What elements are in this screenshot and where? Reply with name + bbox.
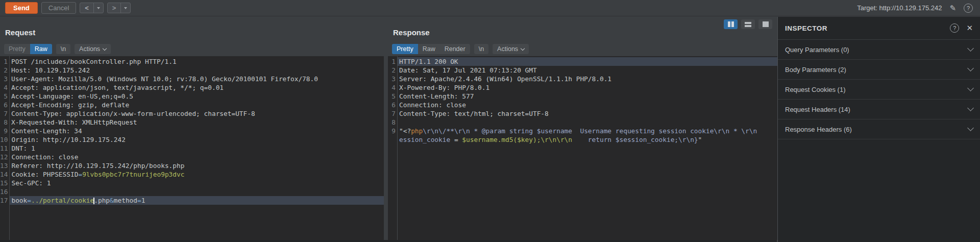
forward-dropdown-button[interactable] [120, 3, 130, 13]
request-actions-label: Actions [79, 45, 100, 53]
line-text: Referer: http://10.129.175.242/php/books… [11, 161, 384, 170]
response-actions-menu[interactable]: Actions [493, 44, 529, 54]
response-line: 7Content-Type: text/html; charset=UTF-8 [388, 109, 777, 118]
line-number: 9 [0, 127, 11, 135]
line-text: Accept: application/json, text/javascrip… [11, 83, 384, 92]
chevron-down-icon [967, 125, 974, 131]
window-bottom-edge [0, 240, 777, 242]
inspector-section-query-parameters[interactable]: Query Parameters (0) [778, 40, 980, 60]
line-text: Connection: close [399, 101, 777, 109]
line-text: Connection: close [11, 153, 384, 161]
request-actions-group: Actions [75, 44, 111, 54]
line-text: Accept-Language: en-US,en;q=0.5 [11, 92, 384, 101]
response-line: 1HTTP/1.1 200 OK [388, 57, 777, 66]
request-line: 3User-Agent: Mozilla/5.0 (Windows NT 10.… [0, 75, 384, 83]
line-text: Origin: http://10.129.175.242 [11, 135, 384, 144]
response-line: 3Server: Apache/2.4.46 (Win64) OpenSSL/1… [388, 75, 777, 83]
line-number: 7 [388, 109, 399, 118]
burp-repeater-window: Send Cancel < > Target: http://10.129.17… [0, 0, 980, 242]
line-number: 17 [0, 196, 11, 205]
inspector-help-icon[interactable]: ? [950, 23, 959, 33]
layout-rows-button[interactable] [741, 19, 755, 29]
inspector-header: INSPECTOR ? ✕ [778, 17, 980, 40]
tab-response-newline-toggle[interactable]: \n [474, 44, 488, 54]
response-line: 4X-Powered-By: PHP/8.0.1 [388, 83, 777, 92]
response-line: 8 [388, 118, 777, 127]
line-number: 7 [0, 109, 11, 118]
response-line: 9"<?php\r\n\/**\r\n * @param string $use… [388, 127, 777, 135]
target-url: http://10.129.175.242 [879, 4, 942, 12]
response-editor[interactable]: 1HTTP/1.1 200 OK2Date: Sat, 17 Jul 2021 … [388, 56, 777, 240]
back-arrow-button[interactable]: < [80, 3, 93, 13]
section-label: Response Headers (6) [785, 126, 968, 133]
line-text: Accept-Encoding: gzip, deflate [11, 101, 384, 109]
line-number: 12 [0, 153, 11, 161]
history-forward-group: > [107, 3, 131, 13]
request-view-tabs: Pretty Raw [4, 44, 52, 54]
request-line: 14Cookie: PHPSESSID=9lvbs0pbc7r7tnurijeo… [0, 170, 384, 179]
response-line: ession_cookie = $username.md5($key);\r\n… [388, 135, 777, 144]
section-label: Query Parameters (0) [785, 46, 968, 54]
response-line: 5Content-Length: 577 [388, 92, 777, 101]
tab-request-pretty[interactable]: Pretty [4, 44, 30, 54]
toolbar: Send Cancel < > Target: http://10.129.17… [0, 0, 980, 16]
line-number: 13 [0, 161, 11, 170]
request-line: 2Host: 10.129.175.242 [0, 66, 384, 75]
history-back-group: < [80, 3, 104, 13]
edit-target-pencil-icon[interactable]: ✎ [949, 4, 956, 13]
request-line: 4Accept: application/json, text/javascri… [0, 83, 384, 92]
tab-request-newline-toggle[interactable]: \n [56, 44, 70, 54]
request-line: 6Accept-Encoding: gzip, deflate [0, 101, 384, 109]
line-number: 15 [0, 179, 11, 187]
response-panel: Response Pretty Raw Render \n Actions 1 [388, 17, 777, 242]
request-line: 13Referer: http://10.129.175.242/php/boo… [0, 161, 384, 170]
request-actions-menu[interactable]: Actions [75, 44, 111, 54]
request-line: 10Origin: http://10.129.175.242 [0, 135, 384, 144]
columns-icon [731, 21, 734, 27]
request-panel: Request Pretty Raw \n Actions 1POST /inc… [0, 17, 384, 242]
line-number: 9 [388, 127, 399, 135]
line-text: User-Agent: Mozilla/5.0 (Windows NT 10.0… [11, 75, 384, 83]
line-text: POST /includes/bookController.php HTTP/1… [11, 57, 384, 66]
layout-columns-button[interactable] [724, 19, 738, 29]
cancel-button[interactable]: Cancel [41, 2, 76, 14]
back-dropdown-button[interactable] [93, 3, 103, 13]
rows-icon [745, 22, 751, 27]
forward-arrow-button[interactable]: > [108, 3, 121, 13]
target-label: Target: http://10.129.175.242 [857, 4, 942, 12]
response-view-tabs: Pretty Raw Render [392, 44, 470, 54]
tab-response-raw[interactable]: Raw [418, 44, 440, 54]
line-text: Content-Length: 34 [11, 127, 384, 135]
line-text: X-Powered-By: PHP/8.0.1 [399, 83, 777, 92]
line-text: X-Requested-With: XMLHttpRequest [11, 118, 384, 127]
inspector-close-icon[interactable]: ✕ [966, 23, 973, 33]
line-number: 1 [388, 57, 399, 66]
editor-layout-buttons [724, 19, 772, 29]
chevron-down-icon [967, 65, 974, 71]
response-panel-title: Response [393, 28, 430, 37]
inspector-section-body-parameters[interactable]: Body Parameters (2) [778, 60, 980, 80]
request-line: 17book=../portal/cookie.php&method=1 [0, 196, 384, 205]
line-number: 4 [388, 83, 399, 92]
line-number: 4 [0, 83, 11, 92]
response-newline-toggle-group: \n [474, 44, 488, 54]
line-text: Sec-GPC: 1 [11, 179, 384, 187]
send-button[interactable]: Send [5, 2, 38, 14]
inspector-section-request-headers[interactable]: Request Headers (14) [778, 100, 980, 119]
request-line: 8X-Requested-With: XMLHttpRequest [0, 118, 384, 127]
help-icon[interactable]: ? [964, 4, 973, 13]
line-text: "<?php\r\n\/**\r\n * @param string $user… [399, 127, 777, 135]
layout-single-button[interactable] [758, 19, 772, 29]
tab-request-raw[interactable]: Raw [30, 44, 52, 54]
tab-response-render[interactable]: Render [440, 44, 470, 54]
request-line: 7Content-Type: application/x-www-form-ur… [0, 109, 384, 118]
request-line: 5Accept-Language: en-US,en;q=0.5 [0, 92, 384, 101]
request-editor[interactable]: 1POST /includes/bookController.php HTTP/… [0, 56, 384, 240]
inspector-section-request-cookies[interactable]: Request Cookies (1) [778, 80, 980, 100]
response-tab-row: Pretty Raw Render \n Actions [392, 44, 529, 54]
line-number: 10 [0, 135, 11, 144]
line-text: book=../portal/cookie.php&method=1 [11, 196, 384, 205]
inspector-section-response-headers[interactable]: Response Headers (6) [778, 119, 980, 139]
chevron-down-icon [521, 46, 525, 50]
tab-response-pretty[interactable]: Pretty [392, 44, 418, 54]
